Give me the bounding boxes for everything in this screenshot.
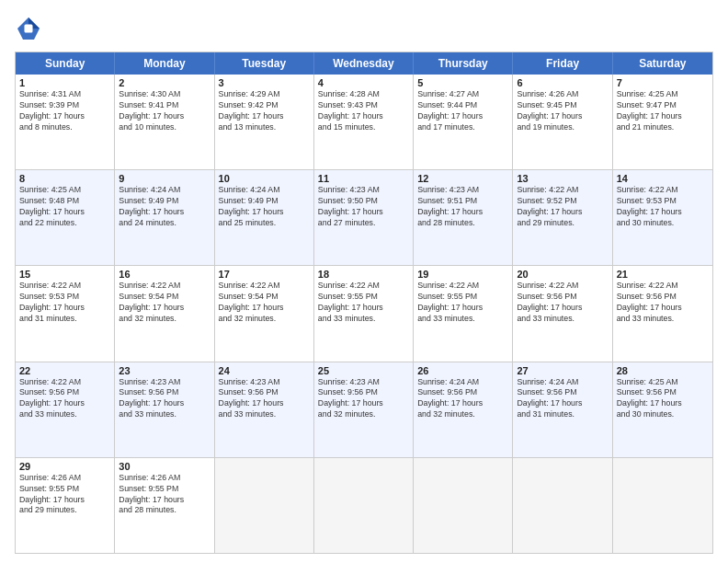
day-cell-19: 19Sunrise: 4:22 AM Sunset: 9:55 PM Dayli… xyxy=(414,266,513,361)
day-info: Sunrise: 4:24 AM Sunset: 9:49 PM Dayligh… xyxy=(119,185,210,229)
day-cell-21: 21Sunrise: 4:22 AM Sunset: 9:56 PM Dayli… xyxy=(613,266,712,361)
day-info: Sunrise: 4:22 AM Sunset: 9:56 PM Dayligh… xyxy=(617,281,709,325)
calendar-row-4: 22Sunrise: 4:22 AM Sunset: 9:56 PM Dayli… xyxy=(16,362,712,457)
calendar-row-3: 15Sunrise: 4:22 AM Sunset: 9:53 PM Dayli… xyxy=(16,265,712,361)
empty-cell xyxy=(613,458,712,553)
day-cell-8: 8Sunrise: 4:25 AM Sunset: 9:48 PM Daylig… xyxy=(16,170,115,265)
day-info: Sunrise: 4:22 AM Sunset: 9:56 PM Dayligh… xyxy=(19,377,110,421)
day-number: 26 xyxy=(417,365,508,376)
day-info: Sunrise: 4:22 AM Sunset: 9:56 PM Dayligh… xyxy=(517,281,608,325)
day-info: Sunrise: 4:23 AM Sunset: 9:56 PM Dayligh… xyxy=(318,377,409,421)
svg-rect-2 xyxy=(25,25,33,33)
day-number: 17 xyxy=(219,269,310,280)
day-cell-4: 4Sunrise: 4:28 AM Sunset: 9:43 PM Daylig… xyxy=(314,75,414,169)
day-info: Sunrise: 4:24 AM Sunset: 9:49 PM Dayligh… xyxy=(219,185,310,229)
day-number: 3 xyxy=(219,77,310,88)
day-cell-15: 15Sunrise: 4:22 AM Sunset: 9:53 PM Dayli… xyxy=(16,266,115,361)
day-info: Sunrise: 4:22 AM Sunset: 9:52 PM Dayligh… xyxy=(517,185,608,229)
day-cell-16: 16Sunrise: 4:22 AM Sunset: 9:54 PM Dayli… xyxy=(115,266,214,361)
day-cell-6: 6Sunrise: 4:26 AM Sunset: 9:45 PM Daylig… xyxy=(513,75,612,169)
day-number: 13 xyxy=(517,173,608,184)
day-info: Sunrise: 4:31 AM Sunset: 9:39 PM Dayligh… xyxy=(19,89,110,133)
header-day-thursday: Thursday xyxy=(414,52,513,75)
day-number: 27 xyxy=(517,365,608,376)
day-cell-24: 24Sunrise: 4:23 AM Sunset: 9:56 PM Dayli… xyxy=(215,362,314,457)
day-cell-9: 9Sunrise: 4:24 AM Sunset: 9:49 PM Daylig… xyxy=(115,170,214,265)
day-cell-11: 11Sunrise: 4:23 AM Sunset: 9:50 PM Dayli… xyxy=(314,170,414,265)
day-info: Sunrise: 4:24 AM Sunset: 9:56 PM Dayligh… xyxy=(517,377,608,421)
day-number: 30 xyxy=(119,461,210,472)
day-info: Sunrise: 4:26 AM Sunset: 9:55 PM Dayligh… xyxy=(119,473,210,517)
day-cell-12: 12Sunrise: 4:23 AM Sunset: 9:51 PM Dayli… xyxy=(414,170,513,265)
calendar-header: SundayMondayTuesdayWednesdayThursdayFrid… xyxy=(16,52,712,75)
day-number: 12 xyxy=(417,173,508,184)
empty-cell xyxy=(414,458,513,553)
header-day-saturday: Saturday xyxy=(613,52,712,75)
day-info: Sunrise: 4:23 AM Sunset: 9:50 PM Dayligh… xyxy=(318,185,409,229)
day-info: Sunrise: 4:26 AM Sunset: 9:55 PM Dayligh… xyxy=(19,473,110,517)
day-info: Sunrise: 4:22 AM Sunset: 9:54 PM Dayligh… xyxy=(119,281,210,325)
day-cell-18: 18Sunrise: 4:22 AM Sunset: 9:55 PM Dayli… xyxy=(314,266,414,361)
day-number: 15 xyxy=(19,269,110,280)
day-number: 6 xyxy=(517,77,608,88)
day-info: Sunrise: 4:29 AM Sunset: 9:42 PM Dayligh… xyxy=(219,89,310,133)
day-number: 5 xyxy=(417,77,508,88)
day-info: Sunrise: 4:25 AM Sunset: 9:48 PM Dayligh… xyxy=(19,185,110,229)
day-cell-26: 26Sunrise: 4:24 AM Sunset: 9:56 PM Dayli… xyxy=(414,362,513,457)
day-info: Sunrise: 4:24 AM Sunset: 9:56 PM Dayligh… xyxy=(417,377,508,421)
day-cell-7: 7Sunrise: 4:25 AM Sunset: 9:47 PM Daylig… xyxy=(613,75,712,169)
calendar-row-2: 8Sunrise: 4:25 AM Sunset: 9:48 PM Daylig… xyxy=(16,169,712,265)
day-number: 16 xyxy=(119,269,210,280)
day-number: 23 xyxy=(119,365,210,376)
day-cell-10: 10Sunrise: 4:24 AM Sunset: 9:49 PM Dayli… xyxy=(215,170,314,265)
calendar: SundayMondayTuesdayWednesdayThursdayFrid… xyxy=(15,52,713,554)
day-cell-22: 22Sunrise: 4:22 AM Sunset: 9:56 PM Dayli… xyxy=(16,362,115,457)
empty-cell xyxy=(314,458,414,553)
day-number: 24 xyxy=(219,365,310,376)
day-info: Sunrise: 4:22 AM Sunset: 9:55 PM Dayligh… xyxy=(417,281,508,325)
day-cell-28: 28Sunrise: 4:25 AM Sunset: 9:56 PM Dayli… xyxy=(613,362,712,457)
day-cell-30: 30Sunrise: 4:26 AM Sunset: 9:55 PM Dayli… xyxy=(115,458,214,553)
header-day-sunday: Sunday xyxy=(16,52,115,75)
day-number: 19 xyxy=(417,269,508,280)
day-cell-1: 1Sunrise: 4:31 AM Sunset: 9:39 PM Daylig… xyxy=(16,75,115,169)
header-day-friday: Friday xyxy=(513,52,612,75)
day-number: 28 xyxy=(617,365,709,376)
day-info: Sunrise: 4:22 AM Sunset: 9:53 PM Dayligh… xyxy=(19,281,110,325)
logo xyxy=(15,15,46,42)
day-number: 1 xyxy=(19,77,110,88)
empty-cell xyxy=(215,458,314,553)
calendar-row-5: 29Sunrise: 4:26 AM Sunset: 9:55 PM Dayli… xyxy=(16,457,712,553)
day-cell-17: 17Sunrise: 4:22 AM Sunset: 9:54 PM Dayli… xyxy=(215,266,314,361)
day-cell-2: 2Sunrise: 4:30 AM Sunset: 9:41 PM Daylig… xyxy=(115,75,214,169)
page: SundayMondayTuesdayWednesdayThursdayFrid… xyxy=(0,0,728,563)
day-info: Sunrise: 4:23 AM Sunset: 9:56 PM Dayligh… xyxy=(119,377,210,421)
day-info: Sunrise: 4:22 AM Sunset: 9:54 PM Dayligh… xyxy=(219,281,310,325)
day-cell-3: 3Sunrise: 4:29 AM Sunset: 9:42 PM Daylig… xyxy=(215,75,314,169)
day-number: 29 xyxy=(19,461,110,472)
day-cell-5: 5Sunrise: 4:27 AM Sunset: 9:44 PM Daylig… xyxy=(414,75,513,169)
day-info: Sunrise: 4:23 AM Sunset: 9:56 PM Dayligh… xyxy=(219,377,310,421)
day-info: Sunrise: 4:30 AM Sunset: 9:41 PM Dayligh… xyxy=(119,89,210,133)
day-number: 2 xyxy=(119,77,210,88)
day-cell-25: 25Sunrise: 4:23 AM Sunset: 9:56 PM Dayli… xyxy=(314,362,414,457)
day-info: Sunrise: 4:28 AM Sunset: 9:43 PM Dayligh… xyxy=(318,89,409,133)
header-day-monday: Monday xyxy=(115,52,214,75)
day-number: 18 xyxy=(318,269,409,280)
day-number: 21 xyxy=(617,269,709,280)
day-number: 25 xyxy=(318,365,409,376)
day-cell-14: 14Sunrise: 4:22 AM Sunset: 9:53 PM Dayli… xyxy=(613,170,712,265)
day-info: Sunrise: 4:25 AM Sunset: 9:47 PM Dayligh… xyxy=(617,89,709,133)
calendar-body: 1Sunrise: 4:31 AM Sunset: 9:39 PM Daylig… xyxy=(16,75,712,553)
day-number: 20 xyxy=(517,269,608,280)
day-number: 7 xyxy=(617,77,709,88)
day-cell-13: 13Sunrise: 4:22 AM Sunset: 9:52 PM Dayli… xyxy=(513,170,612,265)
day-info: Sunrise: 4:26 AM Sunset: 9:45 PM Dayligh… xyxy=(517,89,608,133)
day-number: 10 xyxy=(219,173,310,184)
empty-cell xyxy=(513,458,612,553)
day-info: Sunrise: 4:25 AM Sunset: 9:56 PM Dayligh… xyxy=(617,377,709,421)
day-info: Sunrise: 4:22 AM Sunset: 9:53 PM Dayligh… xyxy=(617,185,709,229)
day-number: 4 xyxy=(318,77,409,88)
day-info: Sunrise: 4:23 AM Sunset: 9:51 PM Dayligh… xyxy=(417,185,508,229)
day-info: Sunrise: 4:22 AM Sunset: 9:55 PM Dayligh… xyxy=(318,281,409,325)
